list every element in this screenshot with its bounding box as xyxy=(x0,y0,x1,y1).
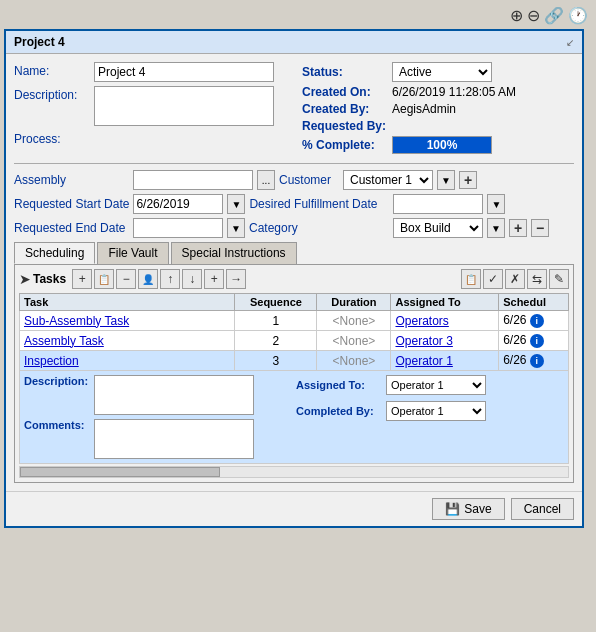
col-header-assigned: Assigned To xyxy=(391,294,499,311)
detail-assigned-select[interactable]: Operator 1 xyxy=(386,375,486,395)
info-icon[interactable]: i xyxy=(530,354,544,368)
task-detail-row: Description: Comments: xyxy=(20,371,569,464)
category-add-btn[interactable]: + xyxy=(509,219,527,237)
task-add-btn[interactable]: + xyxy=(72,269,92,289)
scrollbar-thumb[interactable] xyxy=(20,467,220,477)
task-assign-link[interactable]: Operator 3 xyxy=(395,334,452,348)
table-row[interactable]: Sub-Assembly Task 1 <None> Operators 6/2… xyxy=(20,311,569,331)
requested-start-dropdown-btn[interactable]: ▼ xyxy=(227,194,245,214)
desired-fulfillment-input[interactable] xyxy=(393,194,483,214)
task-dur: <None> xyxy=(317,311,391,331)
info-icon[interactable]: i xyxy=(530,314,544,328)
task-down-btn[interactable]: ↓ xyxy=(182,269,202,289)
table-row[interactable]: Inspection 3 <None> Operator 1 6/26 i xyxy=(20,351,569,371)
tab-scheduling[interactable]: Scheduling xyxy=(14,242,95,264)
detail-left: Description: Comments: xyxy=(24,375,292,459)
task-assign-link[interactable]: Operator 1 xyxy=(395,354,452,368)
top-form: Name: Description: Process: Status: xyxy=(14,62,574,157)
created-by-value: AegisAdmin xyxy=(392,102,456,116)
task-up-btn[interactable]: ↑ xyxy=(160,269,180,289)
table-row[interactable]: Assembly Task 2 <None> Operator 3 6/26 i xyxy=(20,331,569,351)
task-dur: <None> xyxy=(317,351,391,371)
collapse-icon[interactable]: ↙ xyxy=(566,37,574,48)
desired-fulfillment-dropdown-btn[interactable]: ▼ xyxy=(487,194,505,214)
requested-end-input[interactable] xyxy=(133,218,223,238)
detail-completed-select[interactable]: Operator 1 xyxy=(386,401,486,421)
task-add2-btn[interactable]: + xyxy=(204,269,224,289)
detail-description-row: Description: xyxy=(24,375,292,415)
task-copy-btn[interactable]: 📋 xyxy=(94,269,114,289)
clock-icon[interactable]: 🕐 xyxy=(568,6,588,25)
created-on-value: 6/26/2019 11:28:05 AM xyxy=(392,85,516,99)
detail-description-input[interactable] xyxy=(94,375,254,415)
detail-assigned-row: Assigned To: Operator 1 xyxy=(296,375,564,395)
process-label: Process: xyxy=(14,130,94,146)
detail-comments-input[interactable] xyxy=(94,419,254,459)
tasks-left-toolbar: ➤ Tasks + 📋 − 👤 ↑ ↓ + → xyxy=(19,269,246,289)
task-x-btn[interactable]: ✗ xyxy=(505,269,525,289)
tab-content: ➤ Tasks + 📋 − 👤 ↑ ↓ + → 📋 ✓ ✗ xyxy=(14,265,574,483)
tab-file-vault[interactable]: File Vault xyxy=(97,242,168,264)
task-user-btn[interactable]: 👤 xyxy=(138,269,158,289)
dates-row-2: Requested End Date ▼ Category Box Build … xyxy=(14,218,574,238)
task-edit-btn[interactable]: ✎ xyxy=(549,269,569,289)
tasks-right-toolbar: 📋 ✓ ✗ ⇆ ✎ xyxy=(461,269,569,289)
created-on-row: Created On: 6/26/2019 11:28:05 AM xyxy=(302,85,574,99)
created-on-label: Created On: xyxy=(302,85,392,99)
col-header-duration: Duration xyxy=(317,294,391,311)
detail-completed-label: Completed By: xyxy=(296,405,386,417)
customer-dropdown-btn[interactable]: ▼ xyxy=(437,170,455,190)
status-label: Status: xyxy=(302,65,392,79)
task-sched: 6/26 i xyxy=(499,351,569,371)
description-input[interactable] xyxy=(94,86,274,126)
cancel-button[interactable]: Cancel xyxy=(511,498,574,520)
category-label: Category xyxy=(249,221,389,235)
task-next-btn[interactable]: → xyxy=(226,269,246,289)
add-icon[interactable]: ⊕ xyxy=(510,6,523,25)
assembly-browse-btn[interactable]: ... xyxy=(257,170,275,190)
task-name-link[interactable]: Assembly Task xyxy=(24,334,104,348)
name-row: Name: xyxy=(14,62,286,82)
remove-icon[interactable]: ⊖ xyxy=(527,6,540,25)
progress-value: 100% xyxy=(427,138,458,152)
desired-fulfillment-label: Desired Fulfillment Date xyxy=(249,197,389,211)
tab-bar: Scheduling File Vault Special Instructio… xyxy=(14,242,574,265)
process-row: Process: xyxy=(14,130,286,146)
title-bar: Project 4 ↙ xyxy=(6,31,582,54)
percent-complete-label: % Complete: xyxy=(302,138,392,152)
save-label: Save xyxy=(464,502,491,516)
link-icon[interactable]: 🔗 xyxy=(544,6,564,25)
customer-add-btn[interactable]: + xyxy=(459,171,477,189)
percent-complete-row: % Complete: 100% xyxy=(302,136,574,154)
requested-start-input[interactable] xyxy=(133,194,223,214)
col-header-schedule: Schedul xyxy=(499,294,569,311)
task-swap-btn[interactable]: ⇆ xyxy=(527,269,547,289)
task-clipboard-btn[interactable]: 📋 xyxy=(461,269,481,289)
horizontal-scrollbar[interactable] xyxy=(19,466,569,478)
tasks-toolbar: ➤ Tasks + 📋 − 👤 ↑ ↓ + → 📋 ✓ ✗ xyxy=(19,269,569,289)
category-remove-btn[interactable]: − xyxy=(531,219,549,237)
category-dropdown-btn[interactable]: ▼ xyxy=(487,218,505,238)
assembly-input[interactable] xyxy=(133,170,253,190)
status-select[interactable]: Active xyxy=(392,62,492,82)
save-button[interactable]: 💾 Save xyxy=(432,498,504,520)
name-input[interactable] xyxy=(94,62,274,82)
assembly-label: Assembly xyxy=(14,173,129,187)
detail-description-label: Description: xyxy=(24,375,94,387)
task-dur: <None> xyxy=(317,331,391,351)
task-remove-btn[interactable]: − xyxy=(116,269,136,289)
task-check-btn[interactable]: ✓ xyxy=(483,269,503,289)
task-assign-link[interactable]: Operators xyxy=(395,314,448,328)
info-icon[interactable]: i xyxy=(530,334,544,348)
cancel-label: Cancel xyxy=(524,502,561,516)
tab-special-instructions[interactable]: Special Instructions xyxy=(171,242,297,264)
task-detail-grid: Description: Comments: xyxy=(24,375,564,459)
customer-select[interactable]: Customer 1 xyxy=(343,170,433,190)
dates-row-1: Requested Start Date ▼ Desired Fulfillme… xyxy=(14,194,574,214)
status-row: Status: Active xyxy=(302,62,574,82)
requested-end-dropdown-btn[interactable]: ▼ xyxy=(227,218,245,238)
category-select[interactable]: Box Build xyxy=(393,218,483,238)
assembly-customer-row: Assembly ... Customer Customer 1 ▼ + xyxy=(14,170,574,190)
task-name-link[interactable]: Inspection xyxy=(24,354,79,368)
task-name-link[interactable]: Sub-Assembly Task xyxy=(24,314,129,328)
